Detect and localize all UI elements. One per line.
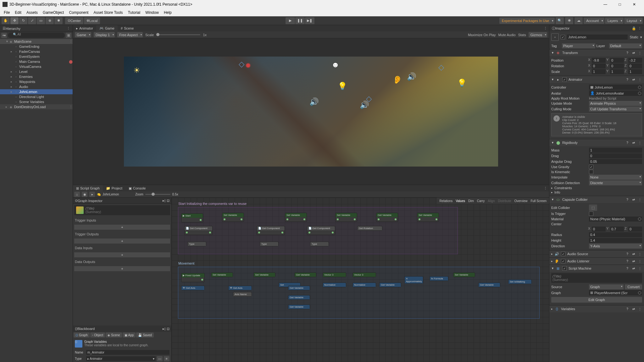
tab-animator[interactable]: ▸Animator <box>73 25 96 31</box>
graph-node[interactable]: Type <box>187 242 206 246</box>
move-tool[interactable]: ✥ <box>10 17 19 24</box>
help-icon[interactable]: ? <box>625 140 630 145</box>
is-kinematic-checkbox[interactable] <box>589 170 593 174</box>
capsule-header[interactable]: ▼ ⬭ Capsule Collider ? ⇄ ⋮ <box>549 196 644 203</box>
rect-tool[interactable]: ▭ <box>37 17 45 24</box>
hierarchy-search[interactable]: 🔍 All <box>8 33 65 38</box>
menu-assets[interactable]: Assets <box>24 10 40 15</box>
graph-node[interactable]: 👁 Get Axis <box>228 286 252 290</box>
inspector-tab[interactable]: ⓘ Inspector 🔒⋮ <box>549 25 644 31</box>
graph-breadcrumb[interactable]: JohnLemon <box>103 193 119 196</box>
panel-menu-icon[interactable]: ⋮ <box>542 186 549 190</box>
layers-dropdown[interactable]: Layers <box>605 18 624 24</box>
graph-node[interactable]: Set Variable <box>211 272 233 277</box>
help-icon[interactable]: ? <box>625 51 630 55</box>
graph-node[interactable]: Axis Name <box>233 292 252 297</box>
use-gravity-checkbox[interactable]: ✓ <box>589 165 593 169</box>
hierarchy-item[interactable]: ▫VirtualCamera <box>0 64 73 69</box>
gameobject-icon[interactable]: ▫ <box>551 33 559 41</box>
hierarchy-item[interactable]: ▫Scene Variables <box>0 99 73 104</box>
graph-title-box[interactable]: (Title) (Summary) <box>74 205 170 215</box>
panel-menu-icon[interactable]: ⋮ <box>542 26 549 30</box>
aspect-dropdown[interactable]: Free Aspect <box>117 32 143 37</box>
source-dropdown[interactable]: Graph <box>589 284 624 289</box>
bb-tab-app[interactable]: ▣App <box>123 332 136 337</box>
preset-icon[interactable]: ⇄ <box>631 77 636 82</box>
graph-node[interactable]: Type <box>310 242 329 246</box>
blackboard-header[interactable]: ⟨⟩ Blackboard ▸|⊡ <box>73 326 171 332</box>
position-x[interactable] <box>592 58 606 63</box>
add-data-output-button[interactable]: + <box>74 266 170 271</box>
audio-source-header[interactable]: ▸🔊✓Audio Source?⇄⋮ <box>549 250 644 257</box>
position-z[interactable] <box>628 58 642 63</box>
audio-listener-header[interactable]: ▸👂✓Audio Listener?⇄⋮ <box>549 258 644 265</box>
scale-y[interactable] <box>610 69 624 74</box>
hierarchy-item-selected[interactable]: ▸▫JohnLemon <box>0 89 73 94</box>
graph-node[interactable]: Normalize <box>353 282 376 287</box>
menu-component[interactable]: Component <box>66 10 91 15</box>
hierarchy-filter-icon[interactable]: ⊞ <box>66 33 71 38</box>
var-name-field[interactable] <box>86 350 169 355</box>
graph-node[interactable]: 📄 Get Component <box>184 226 213 235</box>
transform-tool[interactable]: ⊕ <box>46 17 54 24</box>
add-trigger-output-button[interactable]: + <box>74 239 170 244</box>
menu-file[interactable]: File <box>1 10 12 15</box>
hierarchy-item[interactable]: ▫Directional Light <box>0 94 73 99</box>
transform-header[interactable]: ▼ ⊕ Transform ? ⇄ ⋮ <box>549 49 644 56</box>
graph-node[interactable]: fx Formula <box>430 276 448 281</box>
graph-node[interactable]: Type <box>260 242 279 246</box>
maximize-on-play[interactable]: Maximize On Play <box>468 33 496 37</box>
minimize-button[interactable]: — <box>598 0 613 9</box>
bb-tab-graph[interactable]: ⟨⟩Graph <box>74 332 90 337</box>
graph-inspector-header[interactable]: ⊙ Graph Inspector ▸|⊡ <box>73 198 171 204</box>
help-icon[interactable]: ? <box>625 77 630 82</box>
hierarchy-item[interactable]: ▫GameEnding <box>0 44 73 49</box>
graph-opt-distribute[interactable]: Distribute <box>498 199 511 203</box>
layout-dropdown[interactable]: Layout <box>624 18 643 24</box>
mass-field[interactable] <box>589 148 642 153</box>
graph-node[interactable]: Get Variable <box>478 282 500 287</box>
rotation-x[interactable] <box>592 63 606 69</box>
graph-node[interactable]: 📄 Get Component <box>307 226 335 235</box>
graph-node[interactable]: Set IsWalking <box>508 279 532 284</box>
hierarchy-item[interactable]: ▸▫Waypoints <box>0 79 73 84</box>
graph-opt-dim[interactable]: Dim <box>468 199 474 203</box>
script-machine-header[interactable]: ▼ ⊞ ✓ Script Machine ?⇄⋮ <box>549 265 644 272</box>
tab-script-graph[interactable]: ⊞Script Graph <box>73 185 103 191</box>
experimental-packages-badge[interactable]: Experimental Packages In Use <box>499 18 555 24</box>
variables-header[interactable]: ▸⟨⟩Variables?⇄⋮ <box>549 305 644 312</box>
close-button[interactable]: ✕ <box>627 0 641 9</box>
graph-node[interactable]: Set Variable <box>453 272 475 277</box>
menu-gameobject[interactable]: GameObject <box>40 10 66 15</box>
pivot-local-toggle[interactable]: ⊕Local <box>84 17 100 24</box>
object-name-field[interactable]: JohnLemon <box>567 35 628 40</box>
animator-header[interactable]: ▼ ▸ ✓ Animator ? ⇄ ⋮ <box>549 76 644 83</box>
graph-node[interactable]: Set Variable <box>417 213 439 222</box>
animator-enabled-checkbox[interactable]: ✓ <box>562 77 567 82</box>
graph-node[interactable]: ▶ Fixed Update <box>181 273 205 282</box>
menu-tutorial[interactable]: Tutorial <box>125 10 143 15</box>
static-dropdown[interactable]: ▾ <box>640 35 642 39</box>
edit-collider-button[interactable]: ⬚ <box>589 205 597 211</box>
graph-node[interactable]: Set Variable <box>335 213 357 222</box>
position-y[interactable] <box>610 58 624 63</box>
graph-opt-align[interactable]: Align <box>488 199 495 203</box>
graph-node[interactable]: 👁 Get Axis <box>181 286 205 290</box>
angular-drag-field[interactable] <box>589 159 642 164</box>
step-button[interactable]: ▶❚ <box>305 17 314 24</box>
graph-icon[interactable]: ◉ <box>82 192 87 197</box>
update-mode-dropdown[interactable]: Animate Physics <box>589 101 642 106</box>
preset-icon[interactable]: ⇄ <box>631 140 636 145</box>
graph-node[interactable]: ▶ Start <box>181 213 203 222</box>
game-viewport[interactable]: ☀ ✹ ◇ ☻ 🔊 👂 ◇ 💡 💡 🔊 🔊 ◇ <box>73 38 549 185</box>
center-x[interactable] <box>592 227 606 232</box>
tag-dropdown[interactable]: Player <box>562 43 595 48</box>
rotate-tool[interactable]: ↻ <box>19 17 27 24</box>
graph-node[interactable]: 📄 Get Component <box>257 226 285 235</box>
var-type-dropdown[interactable]: ▸ Animator▾ <box>86 356 156 361</box>
graph-node[interactable]: Set Variable <box>285 213 307 222</box>
menu-edit[interactable]: Edit <box>12 10 24 15</box>
interpolate-dropdown[interactable]: None <box>589 175 642 180</box>
collision-dropdown[interactable]: Discrete <box>589 180 642 185</box>
scene-root[interactable]: ▼ ◈ MainScene ⋮ <box>0 39 73 44</box>
